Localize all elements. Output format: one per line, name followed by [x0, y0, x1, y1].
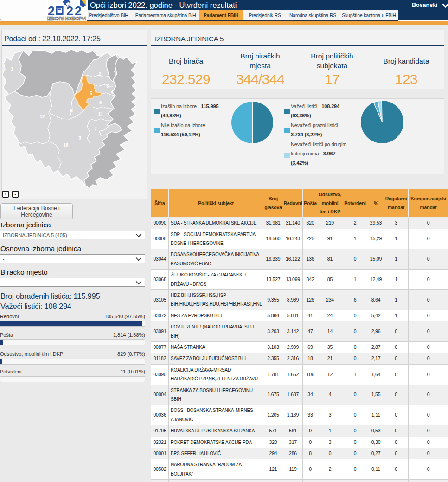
- svg-text:IZBORI ИЗБОРИ: IZBORI ИЗБОРИ: [47, 16, 86, 21]
- svg-text:1: 1: [11, 66, 13, 71]
- svg-text:2: 2: [99, 71, 102, 77]
- svg-text:5: 5: [90, 91, 92, 96]
- svg-text:11: 11: [98, 112, 103, 117]
- svg-text:18: 18: [63, 143, 69, 148]
- svg-text:4: 4: [111, 90, 114, 95]
- svg-text:3: 3: [106, 84, 109, 89]
- svg-text:8: 8: [70, 108, 73, 113]
- svg-text:7: 7: [94, 126, 97, 131]
- svg-text:12: 12: [40, 114, 45, 119]
- svg-text:6: 6: [99, 100, 102, 105]
- svg-text:9: 9: [78, 135, 81, 141]
